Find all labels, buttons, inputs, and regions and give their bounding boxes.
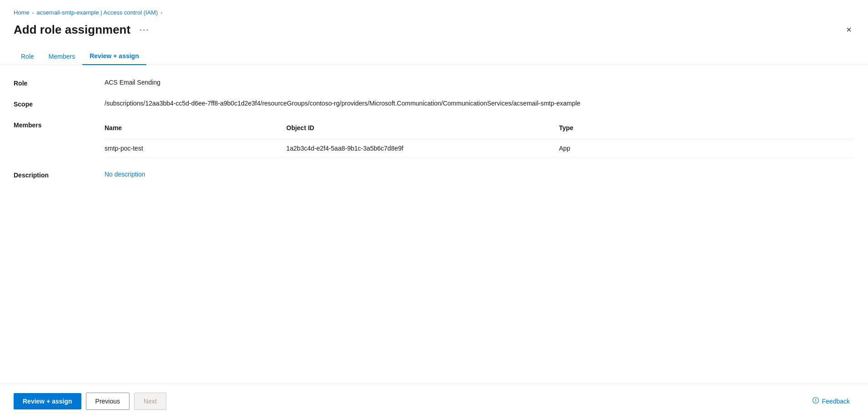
- page-title: Add role assignment: [14, 23, 130, 37]
- panel-header: Home › acsemail-smtp-example | Access co…: [0, 0, 868, 48]
- title-left: Add role assignment ···: [14, 23, 153, 37]
- members-table: Name Object ID Type smtp-poc-test 1a2b3c…: [105, 121, 854, 158]
- title-row: Add role assignment ··· ×: [14, 22, 854, 37]
- tab-role[interactable]: Role: [14, 48, 41, 65]
- scope-label: Scope: [14, 100, 105, 108]
- members-label: Members: [14, 121, 105, 129]
- breadcrumb-chevron-2: ›: [160, 10, 162, 15]
- table-header-objectid: Object ID: [286, 121, 559, 135]
- tab-review-assign[interactable]: Review + assign: [82, 48, 146, 65]
- description-field-row: Description No description: [14, 171, 854, 179]
- table-header-name: Name: [105, 121, 286, 135]
- member-name: smtp-poc-test: [105, 139, 286, 157]
- table-header: Name Object ID Type: [105, 121, 854, 139]
- footer-actions-left: Review + assign Previous Next: [14, 393, 166, 410]
- description-value: No description: [105, 171, 145, 178]
- tab-members[interactable]: Members: [41, 48, 82, 65]
- member-type: App: [559, 139, 650, 157]
- previous-button[interactable]: Previous: [86, 393, 130, 410]
- feedback-label: Feedback: [822, 398, 850, 405]
- table-header-type: Type: [559, 121, 650, 135]
- members-section: Members Name Object ID Type smtp-poc-tes…: [14, 121, 854, 158]
- breadcrumb-home[interactable]: Home: [14, 9, 30, 16]
- scope-value: /subscriptions/12aa3bb4-cc5d-d6ee-7ff8-a…: [105, 100, 580, 107]
- role-label: Role: [14, 79, 105, 87]
- scope-field-row: Scope /subscriptions/12aa3bb4-cc5d-d6ee-…: [14, 100, 854, 108]
- panel-body: Role ACS Email Sending Scope /subscripti…: [0, 65, 868, 383]
- more-options-button[interactable]: ···: [136, 23, 153, 36]
- table-row: smtp-poc-test 1a2b3c4d-e2f4-5aa8-9b1c-3a…: [105, 139, 854, 158]
- panel-footer: Review + assign Previous Next Feedback: [0, 383, 868, 419]
- close-button[interactable]: ×: [843, 22, 854, 37]
- feedback-icon: [812, 397, 819, 406]
- add-role-assignment-panel: Home › acsemail-smtp-example | Access co…: [0, 0, 868, 419]
- breadcrumb-resource[interactable]: acsemail-smtp-example | Access control (…: [36, 9, 158, 16]
- role-value: ACS Email Sending: [105, 79, 160, 86]
- review-assign-button[interactable]: Review + assign: [14, 393, 81, 409]
- feedback-button[interactable]: Feedback: [808, 394, 854, 409]
- tab-bar: Role Members Review + assign: [0, 48, 868, 65]
- breadcrumb-chevron-1: ›: [32, 10, 34, 15]
- breadcrumb: Home › acsemail-smtp-example | Access co…: [14, 9, 854, 16]
- next-button: Next: [134, 393, 166, 410]
- member-object-id: 1a2b3c4d-e2f4-5aa8-9b1c-3a5b6c7d8e9f: [286, 139, 559, 157]
- role-field-row: Role ACS Email Sending: [14, 79, 854, 87]
- description-label: Description: [14, 171, 105, 179]
